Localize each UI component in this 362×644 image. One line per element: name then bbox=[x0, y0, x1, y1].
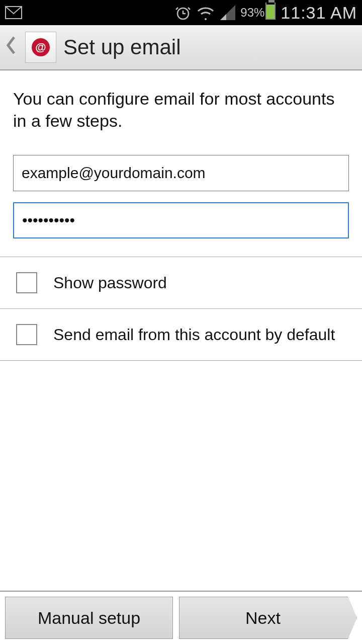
status-bar: 93% 11:31 AM bbox=[0, 0, 362, 25]
email-field[interactable] bbox=[13, 155, 349, 191]
show-password-checkbox[interactable] bbox=[16, 272, 37, 293]
show-password-row[interactable]: Show password bbox=[13, 257, 349, 308]
alarm-icon bbox=[175, 5, 191, 21]
next-button[interactable]: Next bbox=[179, 597, 357, 639]
content-area: You can configure email for most account… bbox=[0, 70, 362, 361]
action-bar: @ Set up email bbox=[0, 25, 362, 70]
page-title: Set up email bbox=[63, 35, 180, 59]
password-field[interactable] bbox=[13, 202, 349, 238]
signal-icon bbox=[220, 5, 235, 20]
email-app-icon[interactable]: @ bbox=[25, 32, 56, 63]
default-account-label: Send email from this account by default bbox=[53, 326, 335, 344]
battery-icon bbox=[265, 3, 276, 23]
battery-percent-label: 93% bbox=[240, 6, 264, 20]
manual-setup-button[interactable]: Manual setup bbox=[5, 597, 173, 639]
battery-indicator: 93% bbox=[240, 3, 276, 23]
default-account-row[interactable]: Send email from this account by default bbox=[13, 309, 349, 360]
button-bar: Manual setup Next bbox=[0, 591, 362, 644]
wifi-icon bbox=[196, 5, 215, 20]
mail-notification-icon bbox=[5, 6, 22, 19]
at-symbol-icon: @ bbox=[32, 38, 50, 56]
manual-setup-label: Manual setup bbox=[38, 608, 140, 628]
back-icon[interactable] bbox=[3, 35, 18, 60]
status-time: 11:31 AM bbox=[281, 3, 357, 23]
default-account-checkbox[interactable] bbox=[16, 324, 37, 345]
divider bbox=[0, 360, 362, 361]
intro-text: You can configure email for most account… bbox=[13, 88, 349, 132]
show-password-label: Show password bbox=[53, 274, 167, 292]
next-label: Next bbox=[245, 608, 281, 628]
